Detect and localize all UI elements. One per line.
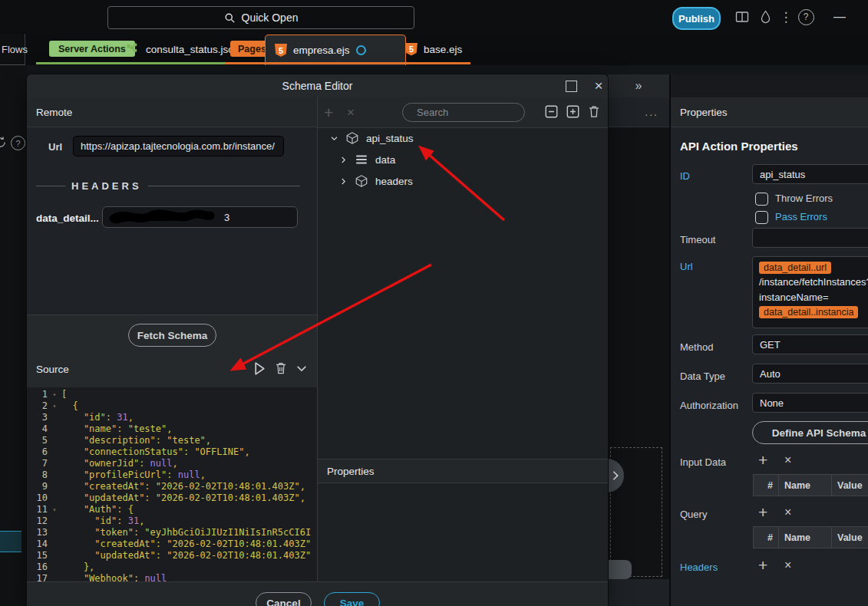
collapsed-tab-stub[interactable] [608, 560, 632, 579]
search-input[interactable] [402, 103, 525, 122]
api-action-properties-title: API Action Properties [680, 140, 798, 153]
fold-marker [48, 538, 61, 550]
remote-url-input[interactable]: https://apizap.tajtecnologia.com.br/inst… [73, 136, 284, 156]
pass-errors-checkbox[interactable] [755, 211, 768, 224]
id-input[interactable]: api_status [752, 164, 868, 184]
expand-panel-strip[interactable]: » [608, 74, 669, 98]
tab-bar: Flows Server Actions consulta_status.jso… [0, 34, 868, 65]
schema-tree-pane: + × api_statusdataheaders Properties [317, 97, 608, 581]
orange-tab-underline [225, 62, 470, 64]
cancel-button[interactable]: Cancel [256, 592, 312, 606]
close-icon[interactable]: × [591, 76, 606, 96]
binding-chip[interactable]: data_detail..instancia [759, 306, 858, 318]
code-line-14: 14 "createdAt": "2026-02-02T10:48:01.403… [27, 538, 317, 550]
trash-icon[interactable] [588, 104, 600, 119]
properties-panel-header: Properties [671, 97, 868, 127]
trash-icon[interactable] [275, 361, 287, 375]
method-label: Method [680, 341, 713, 353]
expand-all-icon[interactable] [566, 105, 579, 118]
remove-node-icon[interactable]: × [347, 105, 355, 120]
fold-marker[interactable]: ▾ [48, 504, 61, 515]
server-actions-badge[interactable]: Server Actions [49, 41, 135, 57]
split-view-icon[interactable] [733, 8, 751, 26]
redacted-scribble [109, 208, 224, 226]
dialog-title-bar[interactable]: Schema Editor [27, 74, 608, 98]
properties-panel: Properties API Action Properties ID api_… [669, 97, 868, 606]
dialog-title: Schema Editor [282, 80, 353, 92]
object-cube-icon [345, 131, 359, 145]
quick-open-button[interactable]: Quick Open [107, 6, 414, 29]
add-query-button[interactable]: + [758, 505, 767, 520]
tree-toolbar: + × [318, 97, 608, 128]
clear-headers-button[interactable]: × [784, 558, 791, 573]
code-line-1: 1▾[ [27, 389, 317, 400]
tree-item-headers[interactable]: headers [318, 170, 608, 192]
rail-selected-item[interactable] [0, 531, 21, 552]
kebab-menu-icon[interactable]: ⋮ [777, 8, 795, 26]
collapse-all-icon[interactable] [545, 105, 558, 118]
code-line-2: 2▾ { [27, 400, 317, 412]
code-line-12: 12 "id": 31, [27, 515, 317, 527]
code-line-8: 8 "profilePicUrl": null, [27, 469, 317, 481]
add-header-button[interactable]: + [758, 558, 767, 573]
object-cube-icon [355, 174, 368, 188]
fetch-schema-button[interactable]: Fetch Schema [128, 324, 216, 347]
header-value-input[interactable]: 3 [102, 206, 298, 228]
tab-base[interactable]: 5 base.ejs [399, 34, 462, 64]
left-rail: ? [0, 65, 27, 606]
add-input-data-button[interactable]: + [758, 453, 767, 468]
droplet-icon[interactable] [756, 8, 774, 26]
url-expression-input[interactable]: data_detail..url /instance/fetchInstance… [752, 256, 868, 328]
query-label: Query [680, 509, 707, 520]
server-action-icon [126, 42, 140, 56]
fold-marker[interactable]: ▾ [48, 400, 61, 412]
fold-marker [48, 458, 61, 469]
fold-marker [48, 515, 61, 527]
input-data-label: Input Data [680, 456, 726, 468]
define-api-schema-button[interactable]: Define API Schema [752, 421, 868, 444]
help-icon[interactable]: ? [797, 8, 815, 26]
fold-marker [48, 550, 61, 562]
app-window: Quick Open Publish ⋮ ? — Flows Server Ac… [0, 0, 868, 606]
fold-marker[interactable]: ▾ [48, 389, 61, 400]
chevron-down-icon[interactable] [296, 365, 307, 372]
tree-item-api_status[interactable]: api_status [318, 127, 608, 149]
code-line-5: 5 "description": "teste", [27, 435, 317, 446]
unsaved-indicator [356, 45, 366, 55]
code-line-13: 13 "token": "eyJhbGciOiJIUzI1NiIsInR5cCI… [27, 527, 317, 538]
search-icon [224, 12, 236, 24]
quick-open-label: Quick Open [242, 12, 299, 24]
throw-errors-checkbox[interactable] [755, 193, 768, 206]
tab-empresa-active[interactable]: 5 empresa.ejs [265, 35, 406, 65]
fetch-schema-section: Fetch Schema [27, 315, 317, 354]
tree-item-data[interactable]: data [318, 149, 608, 170]
play-icon[interactable] [253, 361, 266, 376]
publish-button[interactable]: Publish [672, 7, 721, 30]
remote-section-header: Remote [27, 97, 317, 127]
source-label: Source [36, 364, 69, 375]
code-line-3: 3 "id": 31, [27, 412, 317, 423]
binding-chip[interactable]: data_detail..url [759, 262, 831, 274]
properties-panel-top-strip [669, 74, 868, 97]
clear-input-data-button[interactable]: × [784, 453, 791, 468]
more-options-strip[interactable]: ... [608, 97, 669, 127]
tree-properties-header: Properties [318, 459, 608, 483]
fold-marker [48, 412, 61, 423]
data-type-select[interactable]: Auto [752, 364, 868, 384]
save-button[interactable]: Save [324, 592, 380, 606]
pass-errors-label: Pass Errors [775, 211, 827, 222]
method-select[interactable]: GET [752, 334, 868, 354]
source-code-editor[interactable]: 1▾[2▾ {3 "id": 31,4 "name": "teste",5 "d… [27, 387, 317, 583]
chevron-right-icon [339, 177, 348, 186]
refresh-icon[interactable] [0, 136, 7, 149]
timeout-input[interactable] [752, 228, 868, 248]
clear-query-button[interactable]: × [784, 505, 791, 520]
tab-flows[interactable]: Flows [0, 34, 25, 65]
minimize-icon[interactable]: — [830, 8, 849, 26]
help-icon[interactable]: ? [11, 136, 25, 150]
double-chevron-icon: » [635, 79, 642, 93]
fold-marker [48, 492, 61, 504]
authorization-select[interactable]: None [752, 393, 868, 413]
add-node-icon[interactable]: + [324, 104, 333, 122]
maximize-icon[interactable] [566, 81, 577, 92]
